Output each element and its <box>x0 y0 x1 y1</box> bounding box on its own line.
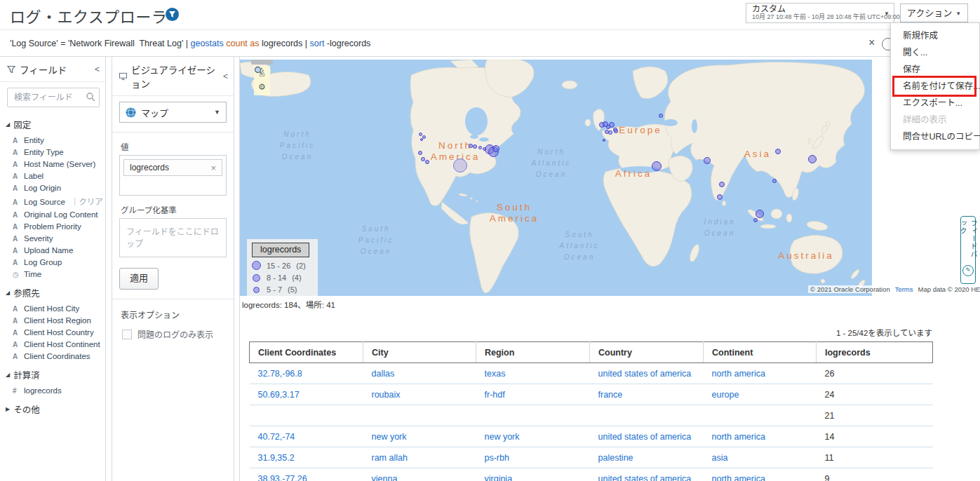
field-search-box[interactable] <box>7 88 100 107</box>
value-drop-area[interactable]: logrecords × <box>119 155 227 196</box>
viz-type-select[interactable]: マップ ▼ <box>119 102 227 123</box>
gear-icon[interactable]: ⚙ <box>258 82 266 92</box>
map-bubble[interactable] <box>421 157 424 161</box>
cell-region[interactable]: texas <box>476 363 590 384</box>
cell-region[interactable]: new york <box>476 426 590 447</box>
cell-city[interactable]: dallas <box>363 363 476 384</box>
field-item-upload-name[interactable]: AUpload Name <box>0 244 105 256</box>
cell-continent[interactable]: asia <box>704 447 817 468</box>
collapse-panel-icon[interactable]: < <box>95 65 100 74</box>
problem-logs-checkbox-row[interactable]: 問題のログのみ表示 <box>122 328 234 340</box>
map-bubble[interactable] <box>418 151 422 155</box>
cell-continent[interactable]: north america <box>704 426 817 447</box>
field-item-log-source[interactable]: ALog Source｜クリア <box>0 194 105 208</box>
map-bubble[interactable] <box>492 145 499 152</box>
cell-coords[interactable] <box>250 405 363 426</box>
query-bar[interactable]: 'Log Source' = 'Network Firewall Threat … <box>0 29 980 57</box>
filter-badge-icon[interactable] <box>166 8 179 21</box>
cell-country[interactable] <box>590 405 704 426</box>
cell-region[interactable] <box>476 405 590 426</box>
field-item-client-host-continent[interactable]: AClient Host Continent <box>0 338 105 350</box>
cell-coords[interactable]: 31.9,35.2 <box>250 447 363 468</box>
cell-region[interactable]: ps-rbh <box>476 447 590 468</box>
map-bubble[interactable] <box>659 114 662 117</box>
col-city[interactable]: City <box>363 342 476 363</box>
field-search-input[interactable] <box>13 92 89 103</box>
cell-coords[interactable]: 50.69,3.17 <box>250 384 363 405</box>
map-bubble[interactable] <box>717 194 723 201</box>
field-item-problem-priority[interactable]: AProblem Priority <box>0 220 105 232</box>
field-item-host-name[interactable]: AHost Name (Server) <box>0 158 105 170</box>
col-logrecords[interactable]: logrecords <box>817 342 933 363</box>
remove-chip-icon[interactable]: × <box>210 163 216 173</box>
actions-button[interactable]: アクション▼ <box>900 4 968 22</box>
cell-region[interactable]: fr-hdf <box>476 384 590 405</box>
menu-item-show-details[interactable]: 詳細の表示 <box>891 111 979 128</box>
menu-item-export[interactable]: エクスポート... <box>891 95 979 111</box>
group-by-drop-area[interactable]: フィールドをここにドロップ <box>119 218 227 257</box>
cell-continent[interactable] <box>704 405 817 426</box>
field-item-client-host-city[interactable]: AClient Host City <box>0 302 105 314</box>
field-group-fixed[interactable]: ◢固定 <box>0 111 105 134</box>
field-item-client-host-region[interactable]: AClient Host Region <box>0 314 105 326</box>
col-client-coordinates[interactable]: Client Coordinates <box>250 342 363 363</box>
cell-continent[interactable]: north america <box>704 468 817 481</box>
feedback-tab[interactable]: フィードバック ✎ <box>960 216 976 284</box>
map-bubble[interactable] <box>609 122 615 128</box>
map-slider-handle[interactable] <box>251 60 273 65</box>
collapse-panel-icon[interactable]: < <box>223 72 228 81</box>
col-region[interactable]: Region <box>476 342 590 363</box>
menu-item-new[interactable]: 新規作成 <box>891 27 979 44</box>
cell-city[interactable] <box>363 405 476 426</box>
cell-city[interactable]: vienna <box>363 468 476 481</box>
map-bubble[interactable] <box>453 158 467 172</box>
field-item-log-origin[interactable]: ALog Origin <box>0 182 105 194</box>
col-continent[interactable]: Continent <box>704 342 817 363</box>
cell-city[interactable]: new york <box>363 426 476 447</box>
map-bubble[interactable] <box>603 139 606 142</box>
map-bubble[interactable] <box>719 182 725 188</box>
field-item-logrecords[interactable]: #logrecords <box>0 384 105 396</box>
map-bubble[interactable] <box>420 138 423 141</box>
col-country[interactable]: Country <box>590 342 704 363</box>
cell-coords[interactable]: 32.78,-96.8 <box>250 363 363 384</box>
field-item-time[interactable]: ◷Time <box>0 268 105 280</box>
map-bubble[interactable] <box>756 210 764 218</box>
map-bubble[interactable] <box>614 129 617 133</box>
problem-logs-checkbox[interactable] <box>122 330 132 339</box>
field-item-original-log-content[interactable]: AOriginal Log Content <box>0 208 105 220</box>
field-item-log-group[interactable]: ALog Group <box>0 256 105 268</box>
time-range-picker[interactable]: カスタム 10月 27 10:48 午前 - 10月 28 10:48 午前 U… <box>746 3 894 23</box>
field-item-entity-type[interactable]: AEntity Type <box>0 146 105 158</box>
cell-coords[interactable]: 40.72,-74 <box>250 426 363 447</box>
field-group-other[interactable]: ▶その他 <box>0 396 105 419</box>
field-item-entity[interactable]: AEntity <box>0 134 105 146</box>
cell-region[interactable]: virginia <box>476 468 590 481</box>
cell-country[interactable]: united states of america <box>590 468 704 481</box>
field-group-referenced[interactable]: ◢参照先 <box>0 280 105 302</box>
map-bubble[interactable] <box>478 146 482 149</box>
map-bubble[interactable] <box>772 179 776 182</box>
menu-item-save-as[interactable]: 名前を付けて保存... <box>891 78 979 95</box>
legend-title[interactable]: logrecords <box>252 243 309 257</box>
menu-item-copy-query-url[interactable]: 問合せURLのコピー <box>891 128 979 145</box>
map-bubble[interactable] <box>775 149 781 155</box>
map-bubble[interactable] <box>425 160 430 165</box>
map-bubble[interactable] <box>808 155 817 163</box>
map-bubble[interactable] <box>753 218 758 222</box>
cell-city[interactable]: ram allah <box>363 447 476 468</box>
cell-country[interactable]: united states of america <box>590 426 704 447</box>
cell-country[interactable]: palestine <box>590 447 704 468</box>
cell-continent[interactable]: north america <box>704 363 817 384</box>
clear-query-icon[interactable]: × <box>868 36 875 49</box>
field-item-severity[interactable]: ASeverity <box>0 232 105 244</box>
apply-button[interactable]: 適用 <box>119 268 159 290</box>
field-item-label[interactable]: ALabel <box>0 170 105 182</box>
map-bubble[interactable] <box>419 133 422 136</box>
map-bubble[interactable] <box>608 130 612 134</box>
terms-link[interactable]: Terms <box>895 285 913 293</box>
menu-item-open[interactable]: 開く... <box>891 44 979 61</box>
map-bubble[interactable] <box>473 144 477 149</box>
cell-country[interactable]: france <box>590 384 704 405</box>
clear-filter-link[interactable]: ｜クリア <box>71 196 103 207</box>
